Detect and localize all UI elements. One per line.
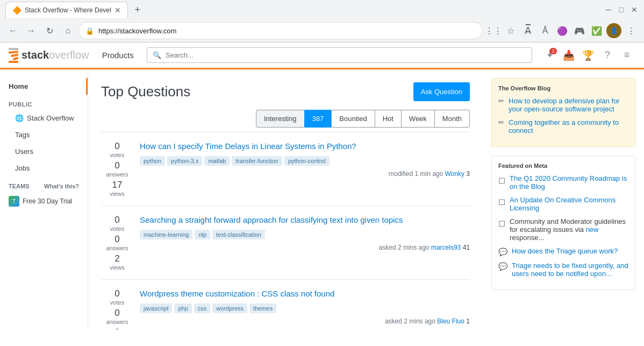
url-bar[interactable]: 🔒 https://stackoverflow.com <box>78 22 483 39</box>
tag-css[interactable]: css <box>194 303 211 313</box>
browser-chrome: 🔶 Stack Overflow - Where Devel ✕ + ─ □ ✕… <box>0 0 644 43</box>
so-logo-icon <box>9 48 18 63</box>
blog-link-1[interactable]: How to develop a defensive plan for your… <box>509 97 628 113</box>
q-title[interactable]: Wordpress theme customization : CSS clas… <box>140 288 470 299</box>
sidebar-item-tags[interactable]: Tags <box>0 126 88 143</box>
teams-what-this[interactable]: What's this? <box>44 183 79 189</box>
q-title[interactable]: How can I specify Time Delays in Linear … <box>140 141 470 152</box>
browser-toolbar-icons: ⋮⋮ ☆ A̅ Ā 🟣 🎮 ✅ 👤 ⋮ <box>486 23 639 38</box>
sidebar-item-stackoverflow[interactable]: 🌐 Stack Overflow <box>0 110 88 126</box>
close-button[interactable]: ✕ <box>630 5 639 14</box>
tag-python[interactable]: python <box>140 156 165 166</box>
meta-link-1[interactable]: The Q1 2020 Community Roadmap is on the … <box>510 174 628 190</box>
question-list: 0 votes 0 answers 17 views How <box>101 132 470 329</box>
sidebar-section-teams: TEAMS What's this? <box>0 176 88 192</box>
tab-interesting[interactable]: Interesting <box>256 110 305 128</box>
page-title: Top Questions <box>101 83 190 100</box>
tab-week[interactable]: Week <box>401 110 435 128</box>
tag-js[interactable]: javascript <box>140 303 172 313</box>
nav-icons: ✦ 1 📥 🏆 ? ≡ <box>541 47 635 64</box>
q-user[interactable]: marcels93 <box>431 244 461 251</box>
reload-button[interactable]: ↻ <box>42 23 57 38</box>
hamburger-icon[interactable]: ≡ <box>618 47 635 64</box>
tag-ml[interactable]: machine-learning <box>140 230 192 239</box>
tag-wordpress[interactable]: wordpress <box>212 303 247 313</box>
pencil-icon: ✏ <box>498 118 504 135</box>
inbox-icon[interactable]: 📥 <box>560 47 577 64</box>
achievements-icon[interactable]: ✦ 1 <box>541 47 558 64</box>
q-rep: 3 <box>466 170 470 178</box>
tag-python-control[interactable]: python-control <box>284 156 330 166</box>
translate-icon[interactable]: A̅ <box>520 23 535 38</box>
q-title[interactable]: Searching a straight forward approach fo… <box>140 215 470 225</box>
tag-matlab[interactable]: matlab <box>204 156 230 166</box>
trophy-icon[interactable]: 🏆 <box>579 47 597 64</box>
meta-link-2[interactable]: An Update On Creative Commons Licensing <box>510 196 628 212</box>
tag-python3x[interactable]: python-3.x <box>167 156 202 166</box>
table-row: 0 votes 0 answers 2 views Searc <box>101 206 470 279</box>
rpg-icon[interactable]: 🎮 <box>572 23 587 38</box>
blog-link-2[interactable]: Coming together as a community to connec… <box>509 118 628 135</box>
q-tags: javascript php css wordpress themes <box>140 303 470 313</box>
meta-link-4[interactable]: How does the Triage queue work? <box>512 247 618 255</box>
search-input[interactable] <box>166 51 526 59</box>
q-meta: asked 2 mins ago marcels93 41 <box>140 244 470 251</box>
sidebar-item-home[interactable]: Home <box>0 78 88 95</box>
list-item: ◻ Community and Moderator guidelines for… <box>498 217 628 242</box>
back-button[interactable]: ← <box>5 23 20 38</box>
browser-active-tab[interactable]: 🔶 Stack Overflow - Where Devel ✕ <box>5 2 128 18</box>
tab-close-icon[interactable]: ✕ <box>115 6 121 15</box>
meta-link-5[interactable]: Triage needs to be fixed urgently, and u… <box>512 262 628 278</box>
meta-link-new[interactable]: new <box>586 225 599 234</box>
browser-menu-icon[interactable]: ⋮ <box>624 23 639 38</box>
q-user[interactable]: Wonky <box>445 170 464 178</box>
q-meta: modified 1 min ago Wonky 3 <box>140 170 470 178</box>
readwise-icon[interactable]: 🟣 <box>555 23 570 38</box>
sidebar-item-jobs[interactable]: Jobs <box>0 160 88 176</box>
restore-button[interactable]: □ <box>617 5 626 14</box>
view-count: 2 views <box>104 253 131 271</box>
shield-icon[interactable]: ✅ <box>589 23 604 38</box>
products-nav[interactable]: Products <box>98 48 138 62</box>
tag-php[interactable]: php <box>174 303 191 313</box>
tab-count[interactable]: 387 <box>304 110 332 128</box>
search-bar[interactable]: 🔍 <box>147 47 532 63</box>
q-user[interactable]: Bleu Fluo <box>437 317 464 325</box>
content-header: Top Questions Ask Question <box>101 82 470 101</box>
q-stats: 0 votes 0 answers 2 views <box>101 215 133 271</box>
tab-hot[interactable]: Hot <box>375 110 402 128</box>
sidebar-teams-trial[interactable]: T Free 30 Day Trial <box>0 192 88 211</box>
tag-nlp[interactable]: nlp <box>195 230 210 239</box>
new-tab-button[interactable]: + <box>130 2 145 17</box>
so-app: stackoverflow Products 🔍 ✦ 1 📥 🏆 ? ≡ Hom… <box>0 43 644 329</box>
q-stats: 0 votes 0 answers 17 views <box>101 141 133 197</box>
meta-section-title: Featured on Meta <box>498 163 628 169</box>
home-label: Home <box>9 82 28 90</box>
bookmark-icon[interactable]: ☆ <box>503 23 518 38</box>
minimize-button[interactable]: ─ <box>604 5 613 14</box>
home-button[interactable]: ⌂ <box>60 23 75 38</box>
ask-question-button[interactable]: Ask Question <box>413 82 470 101</box>
extensions-icon[interactable]: ⋮⋮ <box>486 23 501 38</box>
meta-square-icon: ◻ <box>498 196 505 207</box>
browser-profile-avatar[interactable]: 👤 <box>606 23 621 38</box>
browser-tabs: 🔶 Stack Overflow - Where Devel ✕ + <box>5 2 604 18</box>
answer-count: 0 answers <box>104 160 131 178</box>
q-rep: 41 <box>463 244 470 251</box>
sidebar-item-users[interactable]: Users <box>0 143 88 160</box>
globe-icon: 🌐 <box>15 114 24 122</box>
forward-button[interactable]: → <box>24 23 39 38</box>
so-logo[interactable]: stackoverflow <box>9 48 89 63</box>
help-icon[interactable]: ? <box>599 47 616 64</box>
list-item: 💬 Triage needs to be fixed urgently, and… <box>498 262 628 278</box>
tag-text-class[interactable]: text-classification <box>212 230 265 239</box>
vote-count: 0 votes <box>104 215 131 232</box>
tag-themes[interactable]: themes <box>249 303 276 313</box>
tab-bountied[interactable]: Bountied <box>331 110 375 128</box>
blog-section-title: The Overflow Blog <box>498 85 628 91</box>
q-tags: machine-learning nlp text-classification <box>140 230 470 239</box>
grammarly-icon[interactable]: Ā <box>538 23 553 38</box>
tab-month[interactable]: Month <box>434 110 470 128</box>
tab-title: Stack Overflow - Where Devel <box>25 6 111 14</box>
tag-transfer-function[interactable]: transfer-function <box>232 156 282 166</box>
